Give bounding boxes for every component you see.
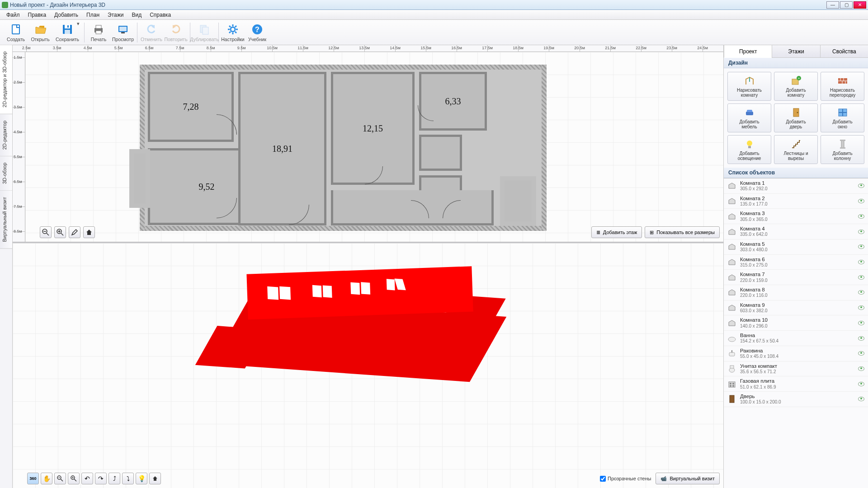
light-button[interactable]: 💡: [136, 473, 147, 484]
visibility-toggle-icon[interactable]: [858, 351, 864, 356]
orbit-360-button[interactable]: 360: [27, 473, 39, 484]
object-row[interactable]: Дверь100.0 x 15.0 x 200.0: [724, 392, 868, 407]
visibility-toggle-icon[interactable]: [858, 290, 864, 295]
add-floor-button[interactable]: ≣Добавить этаж: [591, 226, 642, 238]
menu-правка[interactable]: Правка: [24, 11, 50, 19]
visibility-toggle-icon[interactable]: [858, 244, 864, 249]
object-list[interactable]: Комната 1305.0 x 292.0Комната 2135.0 x 1…: [724, 178, 868, 488]
minimize-button[interactable]: —: [826, 1, 839, 9]
vtab-combo[interactable]: 2D-редактор и 3D-обзор: [0, 45, 12, 114]
zoom-out-3d-button[interactable]: [54, 473, 66, 484]
draw-room-button[interactable]: Нарисоватькомнату: [727, 72, 771, 101]
object-name: Комната 1: [740, 180, 854, 186]
menu-план[interactable]: План: [83, 11, 103, 19]
visibility-toggle-icon[interactable]: [858, 230, 864, 234]
object-dimensions: 315.0 x 275.0: [740, 263, 854, 268]
close-button[interactable]: ✕: [854, 1, 866, 9]
add-column-button[interactable]: Добавитьколонну: [821, 135, 864, 164]
tilt-up-button[interactable]: ⤴: [108, 473, 120, 484]
object-row[interactable]: Комната 3305.0 x 365.0: [724, 209, 868, 224]
rtab-проект[interactable]: Проект: [724, 45, 772, 58]
dup-button: Дублировать: [192, 21, 217, 44]
zoom-out-button[interactable]: [40, 226, 52, 238]
pan-button[interactable]: ✋: [41, 473, 52, 484]
menu-добавить[interactable]: Добавить: [51, 11, 82, 19]
add-door-button[interactable]: Добавитьдверь: [774, 103, 818, 132]
visibility-toggle-icon[interactable]: [858, 305, 864, 310]
object-type-icon: [727, 394, 736, 404]
menu-файл[interactable]: Файл: [3, 11, 24, 19]
object-row[interactable]: Унитаз компакт35.6 x 56.5 x 71.2: [724, 361, 868, 377]
svg-line-28: [61, 233, 63, 235]
new-button[interactable]: Создать: [4, 21, 28, 44]
tilt-down-button[interactable]: ⤵: [122, 473, 134, 484]
save-button[interactable]: Сохранить▾: [52, 21, 82, 44]
object-row[interactable]: Ванна154.2 x 67.5 x 50.4: [724, 331, 868, 346]
vtab-2d[interactable]: 2D-редактор: [0, 114, 12, 156]
balcony[interactable]: [500, 176, 536, 226]
object-row[interactable]: Комната 1305.0 x 292.0: [724, 178, 868, 194]
zoom-in-3d-button[interactable]: [68, 473, 80, 484]
visibility-toggle-icon[interactable]: [858, 321, 864, 325]
tutorial-button[interactable]: ?Учебник: [245, 21, 269, 44]
draw-partition-button[interactable]: Нарисоватьперегородку: [821, 72, 864, 101]
visibility-toggle-icon[interactable]: [858, 260, 864, 264]
object-row[interactable]: Комната 4335.0 x 642.0: [724, 224, 868, 239]
object-row[interactable]: Комната 9603.0 x 382.0: [724, 300, 868, 316]
print-button[interactable]: Печать: [86, 21, 111, 44]
menu-справка[interactable]: Справка: [146, 11, 175, 19]
object-row[interactable]: Комната 10140.0 x 296.0: [724, 315, 868, 331]
draw-room-icon: [744, 75, 755, 87]
room-area-label[interactable]: 6,33: [419, 72, 487, 131]
view-3d-canvas[interactable]: 360 ✋ ↶ ↷ ⤴ ⤵ 💡 Прозрачные стены 📹Виртуа…: [13, 243, 723, 488]
add-furn-button[interactable]: Добавитьмебель: [727, 103, 771, 132]
settings-button[interactable]: Настройки: [221, 21, 245, 44]
visibility-toggle-icon[interactable]: [858, 183, 864, 188]
add-window-button[interactable]: Добавитьокно: [821, 103, 864, 132]
object-type-icon: [727, 303, 736, 312]
vtab-3d[interactable]: 3D-обзор: [0, 156, 12, 191]
visibility-toggle-icon[interactable]: [858, 382, 864, 386]
menu-вид[interactable]: Вид: [128, 11, 145, 19]
room-area-label[interactable]: 18,91: [238, 72, 326, 225]
rtab-этажи[interactable]: Этажи: [772, 45, 820, 57]
object-row[interactable]: Комната 8220.0 x 116.0: [724, 285, 868, 300]
visibility-toggle-icon[interactable]: [858, 275, 864, 280]
room-small[interactable]: [419, 135, 462, 171]
dup-icon: [198, 23, 211, 36]
add-room-button[interactable]: +Добавитькомнату: [774, 72, 818, 101]
object-row[interactable]: Комната 2135.0 x 177.0: [724, 194, 868, 209]
visibility-toggle-icon[interactable]: [858, 199, 864, 203]
object-row[interactable]: Газовая плита51.0 x 62.1 x 86.9: [724, 376, 868, 392]
rtab-свойства[interactable]: Свойства: [820, 45, 868, 57]
object-row[interactable]: Раковина55.0 x 45.0 x 108.4: [724, 346, 868, 361]
menu-этажи[interactable]: Этажи: [104, 11, 127, 19]
show-dimensions-button[interactable]: ⊞Показывать все размеры: [645, 226, 720, 238]
svg-rect-63: [730, 366, 734, 368]
stairs-button[interactable]: Лестницы ивырезы: [774, 135, 818, 164]
virtual-visit-button[interactable]: 📹Виртуальный визит: [656, 473, 720, 484]
rotate-right-button[interactable]: ↷: [95, 473, 107, 484]
balcony[interactable]: [129, 149, 150, 208]
preview-button[interactable]: Просмотр: [111, 21, 135, 44]
visibility-toggle-icon[interactable]: [858, 214, 864, 219]
add-light-button[interactable]: Добавитьосвещение: [727, 135, 771, 164]
open-button[interactable]: Открыть: [28, 21, 52, 44]
vtab-vr[interactable]: Виртуальный визит: [0, 191, 12, 249]
visibility-toggle-icon[interactable]: [858, 336, 864, 341]
visibility-toggle-icon[interactable]: [858, 366, 864, 371]
object-name: Комната 8: [740, 287, 854, 293]
visibility-toggle-icon[interactable]: [858, 397, 864, 401]
home-button[interactable]: [83, 226, 95, 238]
maximize-button[interactable]: ▢: [840, 1, 853, 9]
rotate-left-button[interactable]: ↶: [81, 473, 93, 484]
zoom-in-button[interactable]: [54, 226, 66, 238]
plan-2d-canvas[interactable]: 7,28 9,52 18,91 12,15 6,33: [25, 52, 723, 242]
object-row[interactable]: Комната 6315.0 x 275.0: [724, 255, 868, 270]
edit-button[interactable]: [69, 226, 80, 238]
object-row[interactable]: Комната 7220.0 x 159.0: [724, 270, 868, 285]
svg-rect-57: [840, 140, 845, 141]
transparent-walls-checkbox[interactable]: Прозрачные стены: [600, 476, 651, 482]
object-row[interactable]: Комната 5303.0 x 480.0: [724, 239, 868, 255]
home-3d-button[interactable]: [149, 473, 161, 484]
